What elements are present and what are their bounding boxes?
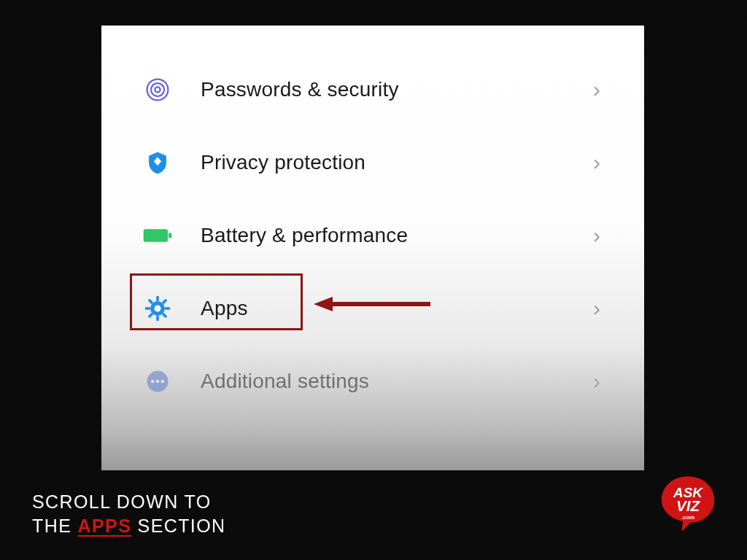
settings-item-passwords-security[interactable]: Passwords & security › [101,53,644,126]
svg-point-16 [151,380,154,383]
svg-point-17 [156,380,159,383]
svg-point-18 [161,380,164,383]
settings-item-label: Apps [201,297,593,320]
chevron-right-icon: › [593,296,600,321]
svg-point-1 [151,83,164,96]
chevron-right-icon: › [593,77,600,102]
dots-icon [142,366,173,397]
battery-icon [142,220,173,251]
settings-list: Passwords & security › Privacy protectio… [101,26,644,418]
shield-icon [142,147,173,178]
settings-item-label: Battery & performance [201,224,593,247]
svg-text:.com: .com [681,514,694,521]
svg-point-2 [155,87,160,92]
tutorial-frame: Passwords & security › Privacy protectio… [0,0,747,560]
svg-rect-4 [169,233,171,238]
settings-item-apps[interactable]: Apps › [101,272,644,345]
caption-line2a: THE [32,516,78,536]
instruction-caption: SCROLL DOWN TO THE APPS SECTION [32,490,226,537]
caption-line1: SCROLL DOWN TO [32,491,212,512]
settings-item-privacy-protection[interactable]: Privacy protection › [101,126,644,199]
chevron-right-icon: › [593,369,600,394]
settings-item-battery-performance[interactable]: Battery & performance › [101,199,644,272]
settings-item-label: Passwords & security [201,78,593,101]
gear-icon [142,293,173,324]
svg-text:VIZ: VIZ [676,497,700,514]
settings-screenshot: Passwords & security › Privacy protectio… [101,26,644,470]
settings-item-label: Additional settings [201,370,593,393]
chevron-right-icon: › [593,223,600,248]
settings-item-label: Privacy protection [201,151,593,174]
svg-rect-7 [156,316,159,321]
caption-highlight: APPS [78,516,132,536]
svg-rect-3 [144,229,168,242]
chevron-right-icon: › [593,150,600,175]
brand-logo: ASK VIZ .com [657,472,719,535]
fingerprint-icon [142,74,173,105]
svg-rect-6 [156,296,159,301]
svg-rect-9 [165,307,170,310]
caption-line2b: SECTION [131,516,225,536]
settings-item-additional-settings[interactable]: Additional settings › [101,345,644,418]
svg-rect-8 [145,307,150,310]
svg-point-14 [155,306,161,312]
